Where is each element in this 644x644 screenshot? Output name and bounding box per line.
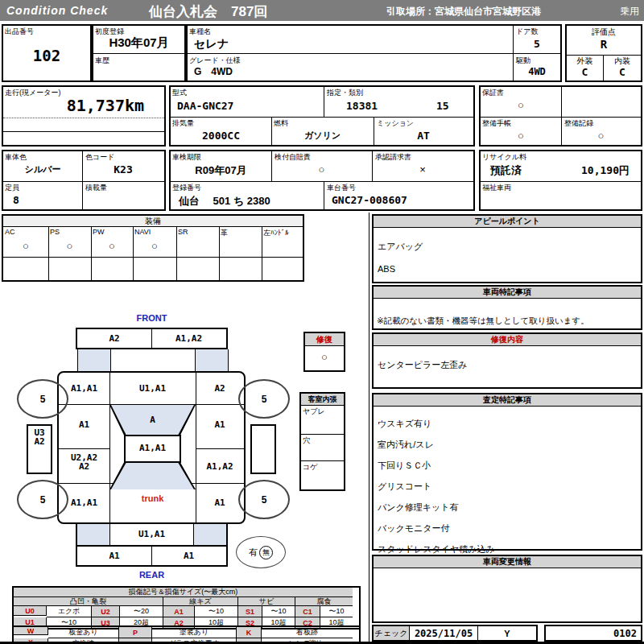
equipment-mark: ○: [91, 240, 133, 252]
drive-label: 駆動: [516, 56, 530, 66]
rear-label: REAR: [76, 570, 228, 580]
quarter-right-mark: A1: [196, 497, 244, 508]
brand-logo: Condition Check: [6, 4, 108, 17]
door-left-mark: A1: [59, 419, 109, 430]
rear-window-mark: U1,A1: [77, 529, 226, 539]
rear-door-left-mark: U2,A2 A2: [59, 453, 109, 471]
spare-yes-label: 有: [249, 547, 258, 559]
legend-val: 看板跡: [262, 627, 353, 638]
reg-no-label: 登録番号: [172, 183, 201, 193]
front-label: FRONT: [76, 313, 228, 323]
exterior-value: C: [567, 66, 603, 78]
score-label: 評価点: [567, 27, 641, 38]
maintenance-book-mark: ○: [481, 130, 561, 142]
cabin-lining-box: 客室内張 ヤブレ 穴 コゲ: [299, 392, 345, 491]
exterior-label: 外装: [567, 56, 603, 67]
cabin-row-hole: 穴: [301, 435, 344, 461]
approval-label: 承認請求書: [375, 152, 411, 163]
front-bumper-left-mark: A2: [77, 333, 151, 344]
windshield-mark: U1,A1: [109, 383, 196, 394]
legend-code: A1: [163, 606, 195, 617]
legend-group-rust: サビ: [238, 597, 295, 606]
model-code-label: 型式: [172, 88, 187, 98]
check-inspector: Y: [478, 626, 536, 640]
vehicle-notes-note: ※記載のない書類・機器等は無しとして取り扱います。: [377, 316, 589, 327]
odometer-value: 81,737km: [3, 96, 144, 115]
check-label: チェック: [374, 626, 410, 640]
appeal-item: エアバッグ: [378, 241, 637, 252]
capacity-value: 8: [13, 194, 19, 206]
reg-no-value: 仙台 501 ち 2380: [179, 194, 270, 208]
assessment-title: 査定特記事項: [374, 394, 641, 407]
front-right-connector: [195, 349, 229, 371]
lot-number-box: 出品番号 102: [2, 24, 92, 82]
warranty-label: 保証書: [482, 88, 504, 98]
color-code-value: K23: [82, 163, 164, 175]
legend-val: 塗装あり: [152, 627, 237, 638]
equipment-cell-navi: NAVI ○: [133, 227, 176, 257]
approval-mark: ×: [372, 163, 473, 175]
score-box: 評価点 R 外装 C 内装 C: [565, 24, 642, 82]
legend-code: W: [14, 627, 48, 635]
mission-label: ミッション: [377, 118, 414, 129]
legend-title: 損傷記号＆損傷サイズ(〜最大cm): [14, 588, 353, 597]
body-color-value: シルバー: [3, 163, 82, 175]
check-code: 0102: [613, 628, 637, 639]
equipment-cell-ac: AC ○: [3, 227, 48, 257]
equipment-title: 装備: [3, 216, 303, 227]
class-label: 指定・類別: [327, 88, 363, 98]
assessment-panel: 査定特記事項 ウスキズ有り 室内汚れ/スレ 下回りＳＣ小 グリスコート パンク修…: [372, 393, 642, 551]
spare-tire-indicator: 有 無: [236, 536, 286, 568]
cabin-row-tear: ヤブレ: [301, 406, 344, 435]
right-side-box: [250, 424, 276, 474]
rear-bumper-left-mark: A1: [77, 551, 151, 561]
odometer-box: 走行(現メーター) 81,737km: [2, 85, 166, 147]
tire-rear-right: 5: [238, 480, 290, 519]
doors-value: 5: [513, 38, 561, 50]
title-bar: Condition Check 仙台入札会 787回 引取場所：宮城県仙台市宮城…: [0, 0, 644, 21]
legend-val: 〜10: [262, 606, 295, 617]
roof-center-mark: A1,A1: [124, 443, 181, 453]
insurance-label: 検付自賠責: [275, 152, 311, 163]
front-bumper: A2 A1,A2: [76, 328, 228, 349]
fuel-value: ガソリン: [271, 130, 374, 142]
cabin-lining-title: 客室内張: [301, 394, 344, 406]
color-code-label: 色コード: [85, 152, 114, 163]
tire-rear-left: 5: [17, 480, 68, 519]
legend-code: P: [119, 627, 152, 638]
model-code-value: DAA-GNC27: [177, 100, 233, 112]
equipment-cell-lhd: 左ﾊﾝﾄﾞﾙ: [262, 227, 303, 257]
displacement-value: 2000CC: [171, 130, 271, 142]
legend-code: S1: [238, 606, 262, 617]
welfare-label: 福祉車両: [482, 183, 511, 193]
body-color-label: 車体色: [5, 152, 27, 163]
usage-type: 乗用: [620, 5, 639, 19]
left-side-marks: U3 A2: [28, 428, 51, 446]
equipment-table: 装備 AC ○ PS ○ PW ○ NAVI ○ SR 革 左ﾊﾝﾄﾞﾙ: [2, 214, 304, 282]
spare-no-circled: 無: [259, 546, 273, 559]
repair-flag-mark: ○: [305, 346, 344, 363]
assessment-item: 室内汚れ/スレ: [378, 440, 637, 450]
front-panel-right-mark: A2: [196, 383, 244, 394]
repair-flag-title: 修復: [305, 333, 344, 346]
legend-val: 板金あり: [48, 627, 119, 638]
rear-bumper: A1 A1: [76, 545, 228, 567]
repair-detail-item: センターピラー左歪み: [378, 359, 637, 370]
repair-flag-box: 修復 ○: [303, 332, 345, 372]
equipment-label: 革: [221, 228, 228, 238]
appeal-title: アピールポイント: [374, 216, 641, 228]
capacity-label: 定員: [5, 183, 19, 193]
lot-number-label: 出品番号: [5, 27, 34, 37]
equipment-cell-leather: 革: [219, 227, 262, 257]
load-label: 積載量: [85, 183, 107, 193]
maintenance-record-label: 整備記録: [564, 118, 593, 129]
registration-box: 初度登録 H30年07月 車歴: [92, 24, 186, 82]
trunk-label: trunk: [109, 493, 196, 503]
equipment-label: PW: [93, 228, 105, 236]
maintenance-record-mark: ○: [561, 130, 641, 142]
fuel-label: 燃料: [274, 118, 288, 129]
legend-code: K: [237, 627, 262, 638]
tire-front-left: 5: [17, 379, 68, 419]
model-box: 車種名 セレナ グレード・仕様 G 4WD ドア数 5 駆動 4WD: [186, 24, 562, 82]
legend-group-scratch: 線キズ: [163, 597, 238, 606]
